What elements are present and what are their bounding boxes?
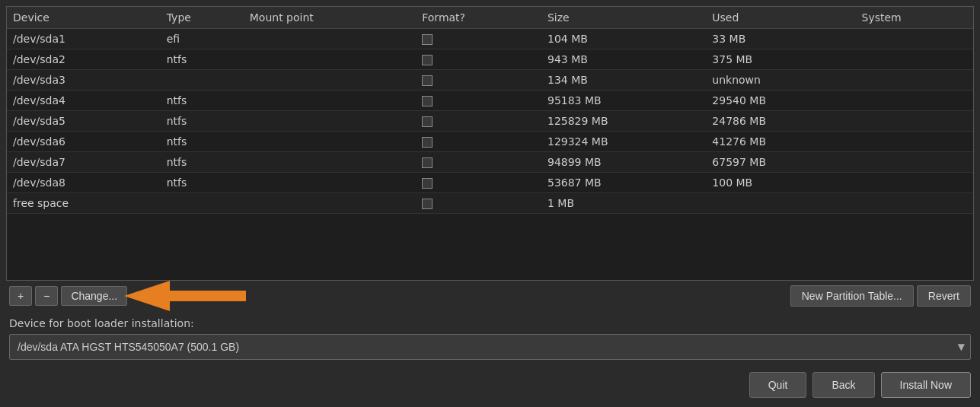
cell-format[interactable]: [416, 49, 541, 70]
format-checkbox[interactable]: [422, 34, 433, 45]
quit-button[interactable]: Quit: [749, 372, 807, 398]
cell-type: ntfs: [161, 111, 244, 132]
cell-device: /dev/sda3: [7, 70, 161, 91]
cell-format[interactable]: [416, 173, 541, 193]
col-system: System: [856, 7, 973, 29]
cell-format[interactable]: [416, 29, 541, 49]
cell-used: unknown: [706, 70, 855, 91]
cell-mount: [244, 49, 416, 70]
cell-system: [856, 49, 973, 70]
cell-device: /dev/sda1: [7, 29, 161, 49]
table-row[interactable]: free space1 MB: [7, 193, 973, 214]
format-checkbox[interactable]: [422, 157, 433, 168]
format-checkbox[interactable]: [422, 75, 433, 86]
table-row[interactable]: /dev/sda4ntfs95183 MB29540 MB: [7, 91, 973, 111]
cell-used: 41276 MB: [706, 132, 855, 152]
cell-size: 943 MB: [541, 49, 706, 70]
cell-size: 1 MB: [541, 193, 706, 214]
cell-used: 100 MB: [706, 173, 855, 193]
cell-used: 24786 MB: [706, 111, 855, 132]
back-button[interactable]: Back: [812, 372, 874, 398]
table-row[interactable]: /dev/sda1efi104 MB33 MB: [7, 29, 973, 49]
format-checkbox[interactable]: [422, 116, 433, 127]
format-checkbox[interactable]: [422, 178, 433, 189]
change-partition-button[interactable]: Change...: [61, 286, 127, 306]
cell-mount: [244, 152, 416, 173]
cell-device: /dev/sda6: [7, 132, 161, 152]
cell-system: [856, 132, 973, 152]
bootloader-select-wrapper: /dev/sda ATA HGST HTS545050A7 (500.1 GB)…: [9, 334, 971, 360]
cell-device: /dev/sda2: [7, 49, 161, 70]
cell-format[interactable]: [416, 132, 541, 152]
toolbar-row: + − Change... New Partition Table... Rev…: [6, 281, 974, 311]
cell-device: /dev/sda8: [7, 173, 161, 193]
cell-type: efi: [161, 29, 244, 49]
cell-type: ntfs: [161, 173, 244, 193]
table-row[interactable]: /dev/sda8ntfs53687 MB100 MB: [7, 173, 973, 193]
cell-used: 375 MB: [706, 49, 855, 70]
cell-system: [856, 91, 973, 111]
col-size: Size: [541, 7, 706, 29]
bootloader-select[interactable]: /dev/sda ATA HGST HTS545050A7 (500.1 GB): [9, 334, 971, 360]
cell-mount: [244, 132, 416, 152]
main-container: Device Type Mount point Format? Size Use…: [0, 0, 980, 407]
table-row[interactable]: /dev/sda3134 MBunknown: [7, 70, 973, 91]
col-type: Type: [161, 7, 244, 29]
cell-type: [161, 193, 244, 214]
format-checkbox[interactable]: [422, 55, 433, 65]
bootloader-label: Device for boot loader installation:: [9, 317, 971, 329]
table-row[interactable]: /dev/sda6ntfs129324 MB41276 MB: [7, 132, 973, 152]
cell-system: [856, 111, 973, 132]
cell-size: 129324 MB: [541, 132, 706, 152]
cell-size: 53687 MB: [541, 173, 706, 193]
cell-format[interactable]: [416, 111, 541, 132]
cell-size: 104 MB: [541, 29, 706, 49]
format-checkbox[interactable]: [422, 137, 433, 148]
cell-used: [706, 193, 855, 214]
cell-size: 134 MB: [541, 70, 706, 91]
cell-system: [856, 70, 973, 91]
cell-mount: [244, 193, 416, 214]
cell-device: /dev/sda4: [7, 91, 161, 111]
cell-device: /dev/sda5: [7, 111, 161, 132]
svg-marker-0: [124, 281, 246, 311]
table-row[interactable]: /dev/sda7ntfs94899 MB67597 MB: [7, 152, 973, 173]
cell-device: /dev/sda7: [7, 152, 161, 173]
cell-format[interactable]: [416, 193, 541, 214]
revert-button[interactable]: Revert: [917, 285, 971, 307]
col-format: Format?: [416, 7, 541, 29]
cell-type: ntfs: [161, 152, 244, 173]
cell-mount: [244, 111, 416, 132]
cell-size: 95183 MB: [541, 91, 706, 111]
partition-table-wrapper[interactable]: Device Type Mount point Format? Size Use…: [6, 6, 974, 281]
format-checkbox[interactable]: [422, 96, 433, 107]
cell-used: 67597 MB: [706, 152, 855, 173]
cell-size: 94899 MB: [541, 152, 706, 173]
bottom-buttons: Quit Back Install Now: [6, 364, 974, 401]
cell-used: 33 MB: [706, 29, 855, 49]
cell-type: ntfs: [161, 49, 244, 70]
add-partition-button[interactable]: +: [9, 286, 32, 306]
new-partition-table-button[interactable]: New Partition Table...: [790, 285, 914, 307]
table-row[interactable]: /dev/sda5ntfs125829 MB24786 MB: [7, 111, 973, 132]
cell-format[interactable]: [416, 152, 541, 173]
cell-type: ntfs: [161, 91, 244, 111]
cell-used: 29540 MB: [706, 91, 855, 111]
col-mount: Mount point: [244, 7, 416, 29]
table-header-row: Device Type Mount point Format? Size Use…: [7, 7, 973, 29]
col-used: Used: [706, 7, 855, 29]
cell-format[interactable]: [416, 70, 541, 91]
partition-table: Device Type Mount point Format? Size Use…: [7, 7, 973, 214]
table-row[interactable]: /dev/sda2ntfs943 MB375 MB: [7, 49, 973, 70]
bootloader-section: Device for boot loader installation: /de…: [6, 311, 974, 364]
cell-system: [856, 29, 973, 49]
cell-mount: [244, 173, 416, 193]
cell-mount: [244, 29, 416, 49]
cell-format[interactable]: [416, 91, 541, 111]
format-checkbox[interactable]: [422, 199, 433, 209]
install-now-button[interactable]: Install Now: [881, 372, 971, 398]
cell-size: 125829 MB: [541, 111, 706, 132]
cell-system: [856, 152, 973, 173]
cell-type: ntfs: [161, 132, 244, 152]
remove-partition-button[interactable]: −: [35, 286, 58, 306]
